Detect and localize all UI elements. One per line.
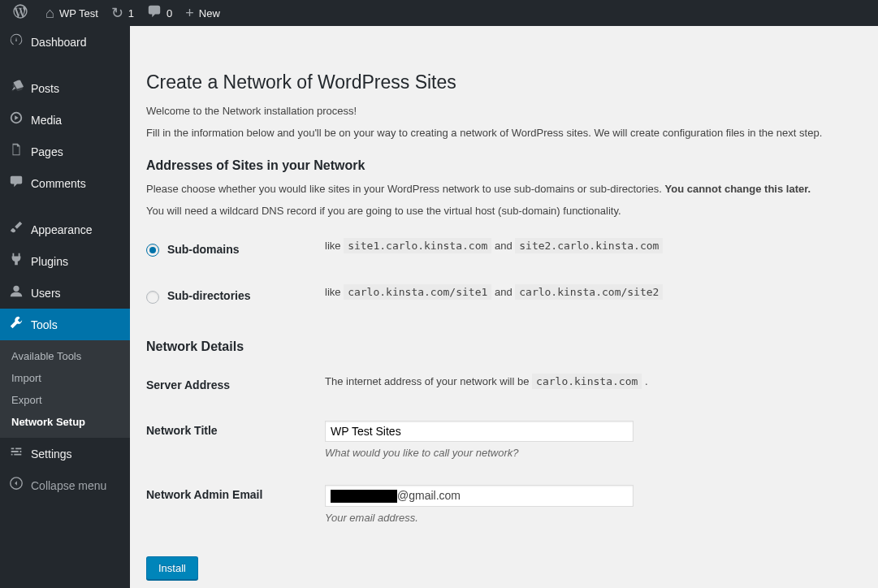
network-title-label: Network Title — [146, 408, 325, 472]
admin-email-domain: @gmail.com — [397, 489, 461, 502]
sidebar-item-media[interactable]: Media — [0, 104, 130, 136]
install-button[interactable]: Install — [146, 556, 198, 580]
sidebar-item-posts[interactable]: Posts — [0, 72, 130, 104]
sidebar-label: Tools — [31, 318, 58, 331]
code-example: carlo.kinsta.com/site2 — [515, 284, 663, 300]
sidebar-label: Media — [31, 114, 62, 127]
new-label: New — [199, 7, 220, 19]
subdomains-option[interactable]: Sub-domains — [146, 243, 240, 256]
subdirectories-example: like carlo.kinsta.com/site1 and carlo.ki… — [325, 273, 862, 319]
wordpress-icon — [13, 4, 28, 23]
admin-toolbar: ⌂WP Test ↻1 0 +New — [0, 0, 878, 26]
subdirectories-radio[interactable] — [146, 291, 159, 304]
addresses-description: Please choose whether you would like sit… — [146, 183, 862, 195]
submenu-export[interactable]: Export — [0, 389, 130, 411]
home-icon: ⌂ — [45, 5, 54, 22]
sidebar-item-users[interactable]: Users — [0, 277, 130, 309]
submenu-available-tools[interactable]: Available Tools — [0, 345, 130, 367]
server-address-label: Server Address — [146, 362, 325, 408]
wildcard-dns-note: You will need a wildcard DNS record if y… — [146, 205, 862, 217]
plus-icon: + — [185, 5, 194, 22]
admin-email-label: Network Admin Email — [146, 472, 325, 537]
wp-logo-menu[interactable] — [6, 0, 39, 26]
subdomains-radio[interactable] — [146, 244, 159, 257]
collapse-icon — [8, 476, 24, 495]
code-example: site1.carlo.kinsta.com — [344, 238, 491, 253]
subdirectories-option[interactable]: Sub-directories — [146, 289, 251, 302]
refresh-icon: ↻ — [111, 4, 123, 22]
cannot-change-warning: You cannot change this later. — [665, 183, 811, 195]
plugin-icon — [8, 252, 24, 270]
sidebar-item-comments[interactable]: Comments — [0, 167, 130, 199]
network-title-input[interactable] — [325, 421, 634, 442]
addresses-heading: Addresses of Sites in your Network — [146, 158, 862, 173]
page-title: Create a Network of WordPress Sites — [146, 71, 862, 93]
network-details-table: Server Address The internet address of y… — [146, 362, 862, 537]
collapse-menu-button[interactable]: Collapse menu — [0, 469, 130, 501]
network-title-description: What would you like to call your network… — [325, 447, 854, 459]
site-name-menu[interactable]: ⌂WP Test — [39, 0, 105, 26]
admin-email-input[interactable]: @gmail.com — [325, 485, 634, 507]
network-details-heading: Network Details — [146, 339, 862, 354]
sidebar-label: Comments — [31, 177, 86, 190]
subdomains-example: like site1.carlo.kinsta.com and site2.ca… — [325, 227, 862, 273]
sidebar-item-settings[interactable]: Settings — [0, 438, 130, 469]
main-content: Create a Network of WordPress Sites Welc… — [130, 52, 878, 588]
tools-submenu: Available Tools Import Export Network Se… — [0, 340, 130, 438]
sidebar-label: Users — [31, 287, 61, 300]
server-address-code: carlo.kinsta.com — [532, 374, 642, 389]
comments-count: 0 — [167, 7, 172, 19]
comment-icon — [147, 4, 162, 23]
user-icon — [8, 283, 24, 302]
sidebar-label: Pages — [31, 145, 63, 158]
updates-count: 1 — [128, 7, 134, 19]
site-name-label: WP Test — [59, 7, 98, 19]
sidebar-item-tools[interactable]: Tools — [0, 309, 130, 340]
collapse-label: Collapse menu — [31, 479, 106, 492]
sidebar-label: Settings — [31, 447, 72, 460]
comments-menu[interactable]: 0 — [141, 0, 179, 26]
sidebar-item-dashboard[interactable]: Dashboard — [0, 26, 130, 58]
welcome-text: Welcome to the Network installation proc… — [146, 105, 862, 117]
updates-menu[interactable]: ↻1 — [105, 0, 141, 26]
comment-icon — [8, 174, 24, 192]
sidebar-label: Appearance — [31, 223, 93, 236]
dashboard-icon — [8, 32, 24, 51]
subdirectories-label: Sub-directories — [167, 289, 251, 302]
sliders-icon — [8, 444, 24, 463]
brush-icon — [8, 220, 24, 239]
media-icon — [8, 110, 24, 129]
page-icon — [8, 142, 24, 161]
admin-sidebar: Dashboard Posts Media Pages Comments App… — [0, 26, 130, 588]
wrench-icon — [8, 315, 24, 334]
sidebar-label: Plugins — [31, 255, 68, 268]
admin-email-description: Your email address. — [325, 512, 854, 524]
code-example: site2.carlo.kinsta.com — [515, 238, 663, 253]
sidebar-label: Posts — [31, 82, 59, 95]
code-example: carlo.kinsta.com/site1 — [344, 284, 491, 300]
redacted-email-local — [331, 490, 397, 503]
sidebar-label: Dashboard — [31, 36, 87, 49]
address-options-table: Sub-domains like site1.carlo.kinsta.com … — [146, 227, 862, 320]
svg-point-1 — [13, 286, 19, 292]
new-content-menu[interactable]: +New — [179, 0, 227, 26]
sidebar-item-appearance[interactable]: Appearance — [0, 214, 130, 245]
subdomains-label: Sub-domains — [167, 243, 240, 256]
server-address-value: The internet address of your network wil… — [325, 362, 862, 408]
submenu-import[interactable]: Import — [0, 367, 130, 389]
pin-icon — [8, 79, 24, 97]
intro-text: Fill in the information below and you'll… — [146, 127, 862, 139]
sidebar-item-plugins[interactable]: Plugins — [0, 245, 130, 277]
submenu-network-setup[interactable]: Network Setup — [0, 411, 130, 433]
sidebar-item-pages[interactable]: Pages — [0, 136, 130, 167]
